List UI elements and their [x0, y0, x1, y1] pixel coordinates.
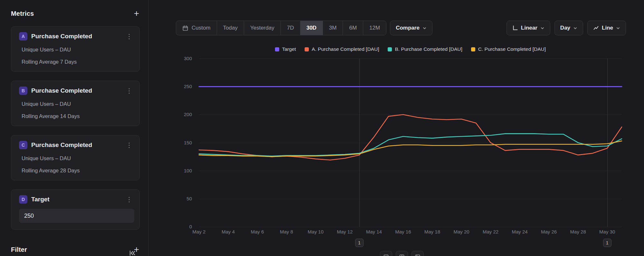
- x-axis-tick-label: May 14: [361, 229, 387, 234]
- metric-title: Purchase Completed: [31, 33, 124, 40]
- metric-menu-button[interactable]: ⋮: [124, 87, 134, 94]
- x-axis-tick-label: May 12: [332, 229, 358, 234]
- metric-badge-a: A: [19, 32, 27, 41]
- collapse-sidebar-button[interactable]: [129, 250, 136, 256]
- metric-menu-button[interactable]: ⋮: [124, 33, 134, 40]
- metric-card-target[interactable]: D Target ⋮: [11, 189, 140, 230]
- metric-measurement[interactable]: Unique Users – DAU: [22, 47, 134, 53]
- line-chart: 050100150200250300May 2May 4May 6May 8Ma…: [149, 0, 644, 256]
- x-axis-tick-label: May 16: [390, 229, 416, 234]
- metrics-header: Metrics +: [11, 9, 140, 18]
- metric-title: Purchase Completed: [31, 142, 124, 149]
- x-axis-tick-label: May 2: [186, 229, 212, 234]
- metric-menu-button[interactable]: ⋮: [124, 142, 134, 148]
- metric-card-head: C Purchase Completed ⋮: [19, 141, 134, 149]
- metric-card-a[interactable]: A Purchase Completed ⋮ Unique Users – DA…: [11, 26, 140, 72]
- x-axis-tick-label: May 22: [478, 229, 504, 234]
- filter-header: Filter +: [11, 245, 140, 254]
- metric-card-head: B Purchase Completed ⋮: [19, 87, 134, 95]
- x-axis-tick-label: May 20: [449, 229, 474, 234]
- x-axis-tick-label: May 4: [215, 229, 241, 234]
- metric-badge-d: D: [19, 195, 27, 204]
- y-axis-tick-label: 150: [173, 140, 192, 145]
- metric-badge-c: C: [19, 141, 27, 149]
- y-axis-tick-label: 200: [173, 112, 192, 117]
- metric-measurement[interactable]: Unique Users – DAU: [22, 101, 134, 107]
- expand-icon: [415, 254, 421, 256]
- table-icon: [399, 254, 405, 256]
- metric-rolling-average[interactable]: Rolling Average 7 Days: [22, 59, 134, 65]
- x-axis-tick-label: May 24: [507, 229, 533, 234]
- metrics-section-title: Metrics: [11, 10, 34, 17]
- x-axis-tick-label: May 8: [274, 229, 299, 234]
- y-axis-tick-label: 0: [173, 224, 192, 229]
- metric-rolling-average[interactable]: Rolling Average 14 Days: [22, 113, 134, 119]
- y-axis-tick-label: 50: [173, 196, 192, 201]
- x-axis-tick-label: May 18: [419, 229, 445, 234]
- x-axis-tick-label: May 6: [244, 229, 270, 234]
- metric-rolling-average[interactable]: Rolling Average 28 Days: [22, 168, 134, 174]
- y-axis-tick-label: 300: [173, 56, 192, 61]
- chart-series-svg: [199, 59, 622, 227]
- metric-menu-button[interactable]: ⋮: [124, 196, 134, 203]
- x-axis-tick-label: May 26: [536, 229, 562, 234]
- x-axis-tick-label: May 30: [594, 229, 620, 234]
- y-axis-tick-label: 250: [173, 84, 192, 89]
- x-axis-tick-label: May 10: [303, 229, 328, 234]
- series-line-c: [199, 141, 622, 157]
- metric-card-b[interactable]: B Purchase Completed ⋮ Unique Users – DA…: [11, 81, 140, 126]
- metric-title: Target: [31, 196, 124, 203]
- collapse-sidebar-icon: [129, 250, 136, 256]
- chart-footer-button-3[interactable]: [412, 251, 424, 256]
- annotation-badge[interactable]: 1: [603, 239, 611, 247]
- metric-card-head: D Target ⋮: [19, 195, 134, 204]
- chart-panel: Custom Today Yesterday 7D 30D 3M 6M 12M …: [149, 0, 644, 256]
- metric-measurement[interactable]: Unique Users – DAU: [22, 155, 134, 161]
- metrics-sidebar: Metrics + A Purchase Completed ⋮ Unique …: [0, 0, 148, 256]
- chart-footer-toolbar: [380, 251, 424, 256]
- metric-badge-b: B: [19, 87, 27, 95]
- target-value-input[interactable]: [19, 209, 134, 223]
- metric-title: Purchase Completed: [31, 87, 124, 94]
- panel-icon: [383, 254, 389, 256]
- annotation-badge[interactable]: 1: [355, 239, 364, 247]
- x-axis-tick-label: May 28: [565, 229, 591, 234]
- metric-card-c[interactable]: C Purchase Completed ⋮ Unique Users – DA…: [11, 135, 140, 180]
- y-axis-tick-label: 100: [173, 168, 192, 173]
- chart-footer-button-1[interactable]: [380, 251, 392, 256]
- metric-card-head: A Purchase Completed ⋮: [19, 32, 134, 41]
- filter-section-title: Filter: [11, 246, 27, 253]
- gridline: [199, 227, 622, 227]
- chart-footer-button-2[interactable]: [396, 251, 408, 256]
- add-metric-button[interactable]: +: [133, 9, 140, 18]
